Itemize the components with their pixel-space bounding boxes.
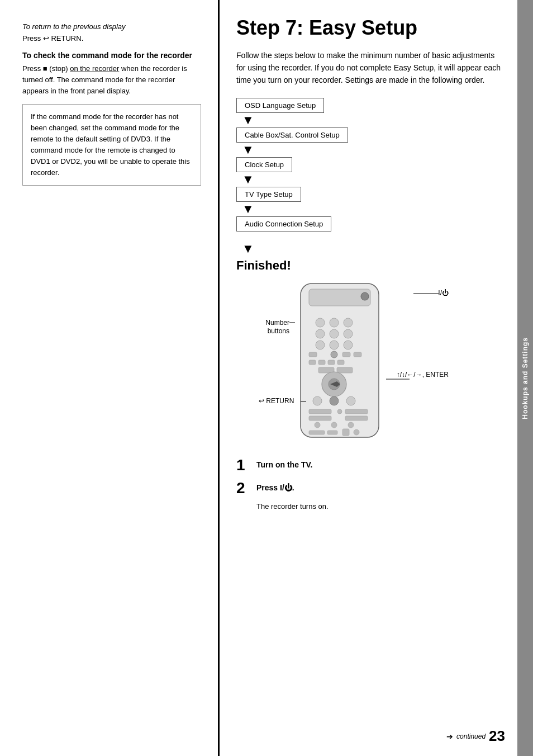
flow-box-0: OSD Language Setup — [236, 98, 324, 113]
svg-point-27 — [330, 396, 339, 405]
svg-point-5 — [344, 318, 353, 327]
step-2-text: Press I/⏻. — [256, 483, 294, 492]
svg-rect-33 — [345, 416, 368, 420]
svg-point-40 — [354, 429, 359, 435]
flow-arrow-1: ▼ — [242, 144, 254, 156]
left-column: To return to the previous display Press … — [0, 0, 218, 756]
svg-rect-12 — [309, 352, 317, 357]
note-box: If the command mode for the recorder has… — [22, 104, 201, 186]
svg-rect-14 — [342, 352, 350, 357]
flow-box-4: Audio Connection Setup — [236, 216, 331, 231]
power-line — [413, 293, 439, 294]
return-label: ↩ RETURN — [259, 397, 294, 405]
svg-point-26 — [313, 396, 322, 405]
svg-point-7 — [330, 329, 339, 338]
return-line — [301, 401, 306, 402]
body-text: Follow the steps below to make the minim… — [236, 49, 505, 87]
svg-point-13 — [331, 351, 337, 358]
svg-rect-18 — [328, 360, 335, 365]
step-2-sub: The recorder turns on. — [236, 502, 505, 511]
flow-box-1: Cable Box/Sat. Control Setup — [236, 127, 348, 143]
svg-point-4 — [330, 318, 339, 327]
page-footer: ➔ continued 23 — [446, 727, 505, 745]
step-1-text: Turn on the TV. — [256, 460, 312, 469]
sidebar-tab: Hookups and Settings — [517, 0, 533, 756]
svg-rect-29 — [309, 409, 331, 414]
svg-point-35 — [331, 422, 337, 428]
svg-point-10 — [330, 341, 339, 349]
step-2-number: 2 — [236, 480, 256, 497]
svg-point-2 — [361, 292, 369, 300]
remote-diagram: Number buttons I/⏻ ↑/↓/←/→, ENTER — [259, 281, 449, 446]
small-heading: To return to the previous display — [22, 22, 201, 31]
page: To return to the previous display Press … — [0, 0, 533, 756]
svg-rect-32 — [309, 416, 331, 420]
svg-rect-17 — [318, 360, 325, 365]
svg-point-28 — [346, 396, 355, 405]
stop-para: Press ■ (stop) on the recorder when the … — [22, 63, 201, 97]
return-para: Press ↩ RETURN. — [22, 33, 201, 44]
flow-arrow-4: ▼ — [242, 243, 505, 255]
flow-box-2: Clock Setup — [236, 157, 292, 172]
svg-point-11 — [344, 341, 353, 349]
finished-label: Finished! — [236, 258, 505, 273]
return-symbol: ↩ — [43, 34, 49, 42]
svg-rect-19 — [337, 360, 344, 365]
svg-point-8 — [344, 329, 353, 338]
nav-line — [386, 379, 410, 380]
flow-diagram: OSD Language Setup ▼ Cable Box/Sat. Cont… — [236, 98, 505, 231]
step-2: 2 Press I/⏻. — [236, 480, 505, 497]
svg-rect-31 — [345, 409, 368, 414]
svg-rect-16 — [309, 360, 316, 365]
svg-rect-39 — [342, 429, 349, 436]
step-1-content: Turn on the TV. — [256, 457, 312, 471]
arrow-right-icon: ➔ — [446, 732, 453, 741]
flow-arrow-3: ▼ — [242, 203, 254, 215]
svg-point-6 — [316, 329, 325, 338]
svg-rect-21 — [337, 367, 353, 373]
number-buttons-label: Number buttons — [259, 319, 289, 336]
flow-box-3: TV Type Setup — [236, 187, 301, 202]
number-buttons-line — [289, 322, 295, 323]
svg-point-36 — [348, 422, 354, 428]
underlined-text: on the recorder — [70, 64, 119, 73]
step-1-number: 1 — [236, 457, 256, 474]
remote-svg — [292, 281, 404, 443]
svg-point-30 — [337, 409, 342, 414]
right-column: Step 7: Easy Setup Follow the steps belo… — [218, 0, 533, 756]
power-label: I/⏻ — [438, 289, 449, 297]
press-text: Press — [22, 34, 43, 42]
sidebar-label: Hookups and Settings — [521, 337, 529, 419]
step-title: Step 7: Easy Setup — [236, 17, 505, 39]
step-1: 1 Turn on the TV. — [236, 457, 505, 474]
continued-text: continued — [456, 733, 486, 740]
page-number: 23 — [489, 727, 505, 745]
svg-rect-37 — [309, 431, 325, 434]
svg-point-3 — [316, 318, 325, 327]
step-2-content: Press I/⏻. — [256, 480, 294, 494]
svg-rect-38 — [327, 431, 337, 434]
flow-arrow-2: ▼ — [242, 173, 254, 186]
svg-point-9 — [316, 341, 325, 349]
bold-heading: To check the command mode for the record… — [22, 51, 201, 60]
flow-arrow-0: ▼ — [242, 114, 254, 126]
note-text: If the command mode for the recorder has… — [31, 112, 190, 177]
svg-rect-15 — [354, 352, 361, 357]
remote-area: Number buttons I/⏻ ↑/↓/←/→, ENTER — [236, 281, 505, 446]
svg-point-34 — [315, 422, 320, 428]
return-suffix: RETURN. — [51, 34, 83, 42]
steps-area: 1 Turn on the TV. 2 Press I/⏻. The recor… — [236, 457, 505, 511]
